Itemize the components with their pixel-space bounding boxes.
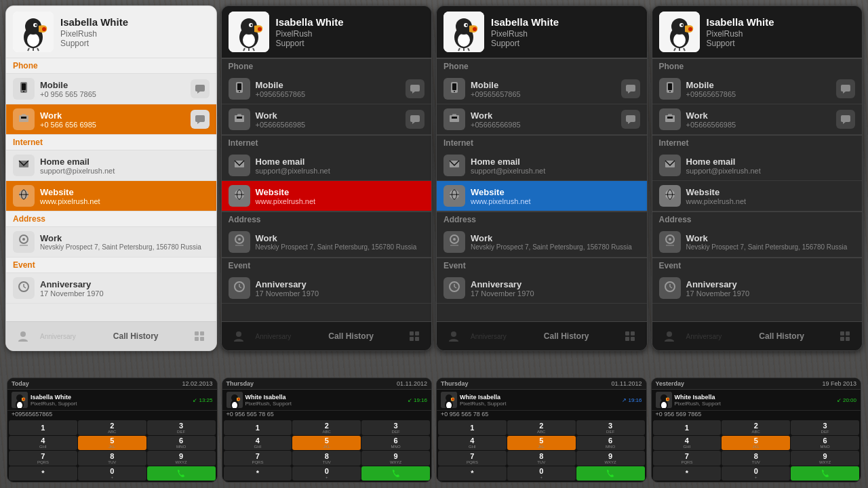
dialpad-key-6[interactable]: 6 MNO	[576, 436, 645, 451]
internet-row-0[interactable]: Home email support@pixelrush.net	[437, 150, 647, 181]
grid-icon[interactable]	[189, 326, 210, 346]
row-value: support@pixelrush.net	[256, 167, 425, 175]
dialpad-key-1[interactable]: 1	[224, 420, 292, 435]
dialpad-key-4[interactable]: 4 GHI	[653, 436, 722, 451]
bottom-bar[interactable]: Anniversary Call History	[437, 321, 647, 350]
message-button[interactable]	[836, 79, 855, 98]
dialpad-key-3[interactable]: 3 DEF	[361, 420, 430, 435]
dialpad-key-6[interactable]: 6 MNO	[147, 436, 216, 451]
svg-point-78	[473, 27, 477, 31]
widget-header: Thursday 01.11.2012	[437, 378, 646, 390]
key-number: 3	[179, 422, 183, 430]
dialpad: 1 2 ABC 3 DEF 4 GHI 5 JKL 6 MNO 7 PQRS	[652, 419, 861, 482]
dialpad-key-1[interactable]: 1	[653, 420, 722, 435]
grid-icon[interactable]	[404, 326, 425, 346]
phone-row-1[interactable]: Work +05666566985	[652, 104, 863, 135]
message-button[interactable]	[191, 110, 210, 129]
svg-rect-142	[840, 337, 844, 341]
phone-row-0[interactable]: Mobile +09565657865	[652, 74, 863, 104]
phone-row-0[interactable]: Mobile +09565657865	[437, 74, 647, 104]
widget-contact-info: White Isabella PixelRush, Support	[245, 394, 405, 407]
dialpad-key-*[interactable]: *	[224, 466, 292, 481]
dialpad-key-7[interactable]: 7 PQRS	[9, 451, 77, 466]
dialpad-key-1[interactable]: 1	[9, 420, 77, 435]
call-key[interactable]	[791, 466, 859, 481]
dialpad-key-9[interactable]: 9 WXYZ	[147, 451, 216, 466]
bottom-bar[interactable]: Anniversary Call History	[6, 321, 216, 350]
dialpad-key-*[interactable]: *	[9, 466, 77, 481]
message-button[interactable]	[191, 79, 210, 98]
call-key[interactable]	[576, 466, 645, 481]
dialpad-key-7[interactable]: 7 PQRS	[653, 451, 722, 466]
phone-row-1[interactable]: Work +05666566985	[222, 104, 432, 135]
internet-row-0[interactable]: Home email support@pixelrush.net	[222, 150, 432, 181]
dialpad-key-2[interactable]: 2 ABC	[78, 420, 146, 435]
internet-row-1[interactable]: Website www.pixelrush.net	[6, 181, 216, 211]
dialpad-key-0[interactable]: 0 +	[722, 466, 790, 481]
dialpad-key-0[interactable]: 0 +	[78, 466, 146, 481]
internet-row-1[interactable]: Website www.pixelrush.net	[222, 181, 432, 211]
dialpad-key-8[interactable]: 8 TUV	[292, 451, 361, 466]
phone-row-0[interactable]: Mobile +09565657865	[222, 74, 432, 104]
dialpad-key-5[interactable]: 5 JKL	[722, 436, 790, 451]
widget-contact-row[interactable]: White Isabella PixelRush, Support ↗ 19:1…	[437, 390, 646, 411]
dialpad-key-4[interactable]: 4 GHI	[224, 436, 292, 451]
dialpad-key-*[interactable]: *	[438, 466, 507, 481]
call-key[interactable]	[361, 466, 430, 481]
call-history-button[interactable]: Call History	[298, 331, 404, 341]
phone-row-1[interactable]: Work +0 566 656 6985	[6, 104, 216, 135]
call-history-button[interactable]: Call History	[83, 331, 189, 341]
phone-card-1: Isabella White PixelRushSupport Phone Mo…	[5, 5, 217, 351]
dialpad-key-1[interactable]: 1	[438, 420, 507, 435]
dialpad-key-*[interactable]: *	[653, 466, 722, 481]
internet-row-0[interactable]: Home email support@pixelrush.net	[652, 150, 863, 181]
message-button[interactable]	[406, 79, 425, 98]
key-number: 0	[754, 467, 758, 475]
dialpad-key-3[interactable]: 3 DEF	[147, 420, 216, 435]
dialpad-key-8[interactable]: 8 TUV	[78, 451, 146, 466]
widget-contact-row[interactable]: White Isabella PixelRush, Support ↙ 19:1…	[222, 390, 432, 411]
dialpad-key-4[interactable]: 4 GHI	[438, 436, 507, 451]
key-letters: TUV	[108, 460, 116, 464]
dialpad-key-9[interactable]: 9 WXYZ	[576, 451, 645, 466]
phone-row-0[interactable]: Mobile +0 956 565 7865	[6, 74, 216, 104]
internet-row-1[interactable]: Website www.pixelrush.net	[652, 181, 863, 211]
dialpad-key-7[interactable]: 7 PQRS	[224, 451, 292, 466]
message-button[interactable]	[406, 110, 425, 129]
internet-row-0[interactable]: Home email support@pixelrush.net	[6, 150, 216, 181]
dialpad-key-2[interactable]: 2 ABC	[722, 420, 790, 435]
dialpad-key-6[interactable]: 6 MNO	[361, 436, 430, 451]
dialpad-key-0[interactable]: 0 +	[507, 466, 576, 481]
key-letters: +	[755, 475, 757, 479]
dialpad-key-4[interactable]: 4 GHI	[9, 436, 77, 451]
dialpad-key-3[interactable]: 3 DEF	[791, 420, 859, 435]
grid-icon[interactable]	[835, 326, 855, 346]
call-history-button[interactable]: Call History	[728, 331, 835, 341]
bottom-bar[interactable]: Anniversary Call History	[222, 321, 432, 350]
phone-row-1[interactable]: Work +05666566985	[437, 104, 647, 135]
message-button[interactable]	[621, 110, 640, 129]
dialpad-key-0[interactable]: 0 +	[292, 466, 361, 481]
website-icon	[13, 185, 35, 207]
widget-contact-row[interactable]: White Isabella PixelRush, Support ↙ 20:0…	[652, 390, 861, 411]
dialpad-key-9[interactable]: 9 WXYZ	[791, 451, 859, 466]
dialpad-key-6[interactable]: 6 MNO	[791, 436, 859, 451]
widget-contact-row[interactable]: Isabella White PixelRush, Support ↙ 13:2…	[7, 390, 217, 411]
internet-row-1[interactable]: Website www.pixelrush.net	[437, 181, 647, 211]
dialpad-key-5[interactable]: 5 JKL	[292, 436, 361, 451]
dialpad-key-8[interactable]: 8 TUV	[722, 451, 790, 466]
call-history-button[interactable]: Call History	[513, 331, 620, 341]
dialpad-key-7[interactable]: 7 PQRS	[438, 451, 507, 466]
dialpad-key-2[interactable]: 2 ABC	[292, 420, 361, 435]
message-button[interactable]	[836, 110, 855, 129]
dialpad-key-9[interactable]: 9 WXYZ	[361, 451, 430, 466]
dialpad-key-3[interactable]: 3 DEF	[576, 420, 645, 435]
message-button[interactable]	[621, 79, 640, 98]
bottom-bar[interactable]: Anniversary Call History	[652, 321, 863, 350]
dialpad-key-8[interactable]: 8 TUV	[507, 451, 576, 466]
call-key[interactable]	[147, 466, 216, 481]
grid-icon[interactable]	[620, 326, 640, 346]
dialpad-key-2[interactable]: 2 ABC	[507, 420, 576, 435]
dialpad-key-5[interactable]: 5 JKL	[507, 436, 576, 451]
dialpad-key-5[interactable]: 5 JKL	[78, 436, 146, 451]
